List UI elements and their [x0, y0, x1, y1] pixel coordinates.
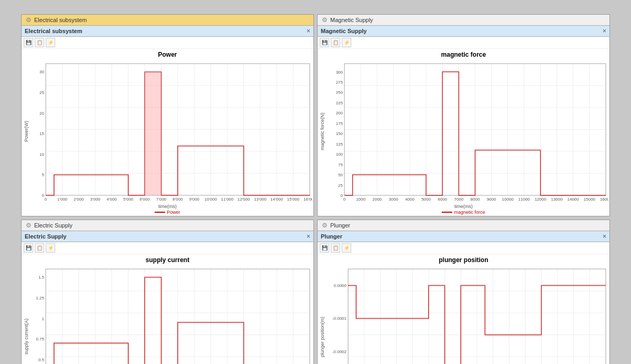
chart-canvas-electrical — [30, 59, 312, 203]
chart-title-plunger: plunger position — [439, 256, 488, 264]
y-axis-magnetic: magnetic force(N) — [319, 59, 326, 203]
chart-canvas-electric — [30, 265, 312, 365]
save-button-electrical[interactable]: 💾 — [24, 38, 33, 47]
tab-magnetic-supply[interactable]: ⚙ Magnetic Supply — [318, 15, 609, 26]
tab-label-plunger: Plunger — [330, 222, 350, 228]
chart-title-electric: supply current — [146, 256, 189, 264]
toolbar-electrical: 💾 📋 ⚡ — [22, 37, 313, 49]
x-axis-magnetic: time(ms) — [454, 204, 473, 209]
chart-canvas-plunger — [326, 265, 608, 365]
header-electrical: Electrical subsystem × — [22, 26, 313, 37]
y-axis-electrical: Power(W) — [23, 59, 30, 203]
chart-title-electrical: Power — [158, 51, 177, 58]
settings-button-electric[interactable]: ⚡ — [46, 243, 55, 253]
y-axis-plunger: plunger position(m) — [319, 265, 326, 365]
legend-magnetic: magnetic force — [442, 210, 485, 215]
close-button-magnetic[interactable]: × — [603, 27, 606, 35]
header-title-electrical: Electrical subsystem — [25, 28, 82, 34]
save-button-plunger[interactable]: 💾 — [320, 243, 329, 253]
chart-area-electrical: Power Power(W) time(ms) Power — [22, 49, 313, 216]
export-button-plunger[interactable]: 📋 — [331, 243, 340, 253]
close-button-plunger[interactable]: × — [603, 233, 606, 240]
toolbar-electric: 💾 📋 ⚡ — [22, 242, 313, 254]
panel-electric-supply: ⚙ Electric Supply Electric Supply × 💾 📋 … — [21, 220, 314, 365]
close-button-electric[interactable]: × — [307, 233, 310, 240]
main-container: ⚙ Electrical subsystem Electrical subsys… — [21, 14, 610, 350]
save-button-electric[interactable]: 💾 — [24, 243, 33, 253]
header-electric: Electric Supply × — [22, 231, 313, 242]
tab-label-magnetic: Magnetic Supply — [330, 17, 373, 23]
panel-plunger: ⚙ Plunger Plunger × 💾 📋 ⚡ plunger positi… — [317, 220, 610, 365]
panel-magnetic-supply: ⚙ Magnetic Supply Magnetic Supply × 💾 📋 … — [317, 14, 610, 216]
gear-icon-electric: ⚙ — [26, 222, 32, 229]
settings-button-plunger[interactable]: ⚡ — [342, 243, 351, 253]
chart-canvas-magnetic — [326, 59, 608, 203]
header-title-electric: Electric Supply — [25, 233, 66, 240]
tab-plunger[interactable]: ⚙ Plunger — [318, 220, 609, 231]
tab-electrical-subsystem[interactable]: ⚙ Electrical subsystem — [22, 15, 313, 26]
legend-electrical: Power — [155, 210, 180, 215]
panel-electrical-subsystem: ⚙ Electrical subsystem Electrical subsys… — [21, 14, 314, 216]
toolbar-plunger: 💾 📋 ⚡ — [318, 242, 609, 254]
header-title-magnetic: Magnetic Supply — [321, 28, 367, 34]
chart-area-plunger: plunger position plunger position(m) tim… — [318, 254, 609, 365]
chart-area-electric: supply current supply current(A) time(ms… — [22, 254, 313, 365]
gear-icon-magnetic: ⚙ — [322, 16, 328, 24]
x-axis-electrical: time(ms) — [158, 204, 177, 209]
toolbar-magnetic: 💾 📋 ⚡ — [318, 37, 609, 49]
export-button-magnetic[interactable]: 📋 — [331, 38, 340, 47]
header-plunger: Plunger × — [318, 231, 609, 242]
tab-label-electric: Electric Supply — [34, 222, 73, 228]
tab-label-electrical: Electrical subsystem — [34, 17, 87, 23]
settings-button-electrical[interactable]: ⚡ — [46, 38, 55, 47]
tab-electric-supply[interactable]: ⚙ Electric Supply — [22, 220, 313, 231]
close-button-electrical[interactable]: × — [307, 27, 310, 35]
export-button-electric[interactable]: 📋 — [35, 243, 44, 253]
settings-button-magnetic[interactable]: ⚡ — [342, 38, 351, 47]
chart-area-magnetic: magnetic force magnetic force(N) time(ms… — [318, 49, 609, 216]
header-magnetic: Magnetic Supply × — [318, 26, 609, 37]
y-axis-electric: supply current(A) — [23, 265, 30, 365]
export-button-electrical[interactable]: 📋 — [35, 38, 44, 47]
save-button-magnetic[interactable]: 💾 — [320, 38, 329, 47]
gear-icon-plunger: ⚙ — [322, 222, 328, 229]
header-title-plunger: Plunger — [321, 233, 342, 240]
gear-icon-electrical: ⚙ — [26, 16, 32, 24]
chart-title-magnetic: magnetic force — [441, 51, 486, 58]
